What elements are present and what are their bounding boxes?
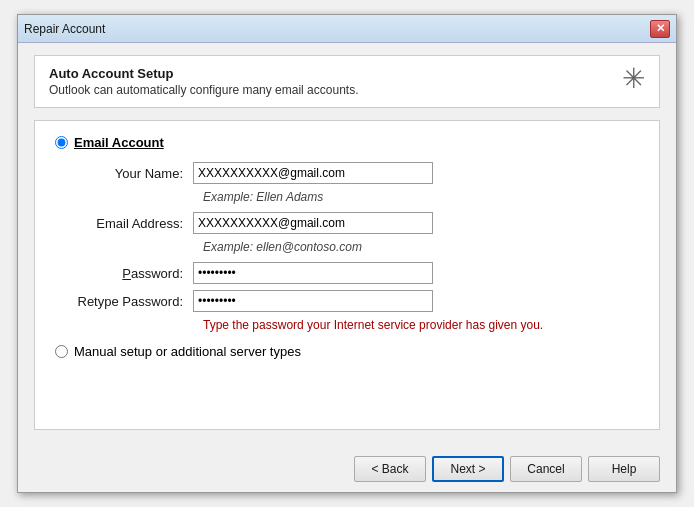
retype-password-input[interactable] [193, 290, 433, 312]
your-name-row: Your Name: [73, 162, 639, 184]
email-account-radio[interactable] [55, 136, 68, 149]
your-name-label: Your Name: [73, 166, 193, 181]
email-address-label: Email Address: [73, 216, 193, 231]
repair-account-window: Repair Account ✕ Auto Account Setup Outl… [17, 14, 677, 493]
back-button[interactable]: < Back [354, 456, 426, 482]
password-label: Password: [73, 266, 193, 281]
email-address-row: Email Address: [73, 212, 639, 234]
email-account-label: Email Account [74, 135, 164, 150]
retype-password-row: Retype Password: [73, 290, 639, 312]
email-form: Your Name: Example: Ellen Adams Email Ad… [73, 162, 639, 332]
your-name-hint: Example: Ellen Adams [203, 190, 323, 204]
window-title: Repair Account [24, 22, 105, 36]
main-area: Email Account Your Name: Example: Ellen … [34, 120, 660, 430]
your-name-input[interactable] [193, 162, 433, 184]
footer: < Back Next > Cancel Help [18, 446, 676, 492]
help-button[interactable]: Help [588, 456, 660, 482]
header-text: Auto Account Setup Outlook can automatic… [49, 66, 359, 97]
manual-setup-radio[interactable] [55, 345, 68, 358]
cancel-button[interactable]: Cancel [510, 456, 582, 482]
header-description: Outlook can automatically configure many… [49, 83, 359, 97]
window-content: Auto Account Setup Outlook can automatic… [18, 43, 676, 446]
password-hint-text: Type the password your Internet service … [203, 318, 543, 332]
email-account-option[interactable]: Email Account [55, 135, 639, 150]
password-input[interactable] [193, 262, 433, 284]
password-hint-row: Type the password your Internet service … [73, 318, 639, 332]
email-address-hint-row: Example: ellen@contoso.com [73, 240, 639, 254]
close-button[interactable]: ✕ [650, 20, 670, 38]
email-address-hint: Example: ellen@contoso.com [203, 240, 362, 254]
next-button[interactable]: Next > [432, 456, 504, 482]
email-address-input[interactable] [193, 212, 433, 234]
titlebar: Repair Account ✕ [18, 15, 676, 43]
manual-setup-option[interactable]: Manual setup or additional server types [55, 344, 639, 359]
auto-setup-icon: ✳ [622, 62, 645, 95]
retype-password-label: Retype Password: [73, 294, 193, 309]
password-row: Password: [73, 262, 639, 284]
your-name-hint-row: Example: Ellen Adams [73, 190, 639, 204]
header-title: Auto Account Setup [49, 66, 359, 81]
manual-setup-label: Manual setup or additional server types [74, 344, 301, 359]
header-section: Auto Account Setup Outlook can automatic… [34, 55, 660, 108]
